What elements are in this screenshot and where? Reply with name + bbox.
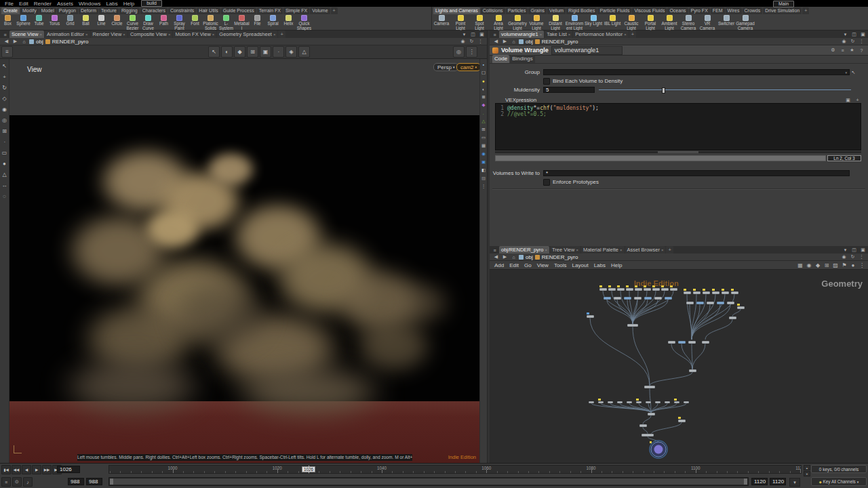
network-editor-canvas[interactable]: Indie Edition Geometry xyxy=(490,270,868,463)
sync-icon[interactable]: ↻ xyxy=(849,253,856,260)
tab-obj-render-pyro[interactable]: obj/RENDER_pyro× xyxy=(499,246,549,253)
netmenu-labs[interactable]: Labs xyxy=(591,262,608,268)
breadcrumb-node[interactable]: RENDER_pyro xyxy=(541,254,579,260)
shelf-tool-draw-curve[interactable]: Draw Curve xyxy=(140,15,156,30)
pane-split-icon[interactable]: ◫ xyxy=(850,31,858,38)
back-icon[interactable]: ◀ xyxy=(492,253,500,260)
more-icon[interactable]: ⋮ xyxy=(477,38,484,45)
graph-node[interactable] xyxy=(634,297,642,300)
graph-node[interactable] xyxy=(635,288,642,291)
snap-nodes-icon[interactable]: ◆ xyxy=(814,262,822,269)
shelf-tool-camera[interactable]: Camera xyxy=(432,15,451,30)
graph-node[interactable] xyxy=(636,401,642,403)
shelf-tool-portal-light[interactable]: Portal Light xyxy=(641,15,660,30)
tab-volume[interactable]: Volume xyxy=(310,7,330,14)
playback-range-end-field[interactable]: 1120 xyxy=(751,478,768,485)
tab-asset-browser[interactable]: Asset Browser× xyxy=(625,246,666,253)
vex-code-editor[interactable]: 1@density*=chf("muldensity");2//@vel*=0.… xyxy=(495,103,861,150)
tab-guide-process[interactable]: Guide Process xyxy=(221,7,256,14)
shelf-tool-curve-bezier[interactable]: Curve Bezier xyxy=(125,15,140,30)
tab-viscous-fluids[interactable]: Viscous Fluids xyxy=(632,7,667,14)
lighting-icon[interactable]: ● xyxy=(481,78,487,83)
grid-snap-icon[interactable]: ⊞ xyxy=(247,46,258,58)
tab-animation-editor[interactable]: Animation Editor× xyxy=(45,30,90,38)
graph-node[interactable] xyxy=(696,302,704,304)
shelf-tool-file[interactable]: File xyxy=(250,15,265,30)
graph-node[interactable] xyxy=(652,288,660,291)
graph-node[interactable] xyxy=(648,413,655,415)
graph-node[interactable] xyxy=(644,288,651,291)
pane-split-icon[interactable]: ◫ xyxy=(850,247,858,253)
shelf-tool-volume-light[interactable]: Volume Light xyxy=(527,15,546,30)
take-selector[interactable]: Main xyxy=(773,1,794,7)
current-frame-field[interactable]: 1026 xyxy=(57,466,80,473)
headlight-icon[interactable]: ◐ xyxy=(481,86,487,92)
options-icon[interactable]: ⋮ xyxy=(481,184,487,189)
graph-node[interactable] xyxy=(678,420,686,422)
snap-grid-icon[interactable]: ⊞ xyxy=(1,127,8,134)
tab-volumewrangle1[interactable]: volumewrangle1× xyxy=(499,30,544,38)
secure-selection-icon[interactable]: ◐ xyxy=(221,46,233,58)
graph-node[interactable] xyxy=(674,401,679,403)
shelf-tool-tube[interactable]: Tube xyxy=(31,15,47,30)
graph-node[interactable] xyxy=(665,297,672,300)
tab-composite-view[interactable]: Composite View× xyxy=(128,30,173,38)
tab-close-icon[interactable]: × xyxy=(661,247,664,253)
display-normals-icon[interactable]: △ xyxy=(1,171,8,178)
graph-node[interactable] xyxy=(729,317,736,319)
netmenu-layout[interactable]: Layout xyxy=(570,262,591,268)
enforce-prototypes-checkbox[interactable] xyxy=(543,179,550,186)
home-icon[interactable]: ⌂ xyxy=(20,38,28,45)
graph-node[interactable] xyxy=(614,297,621,300)
shelf-tool-environment-light[interactable]: Environment Light xyxy=(565,15,584,30)
jump-start-button[interactable]: ▮◀ xyxy=(1,465,11,474)
spin-down-icon[interactable]: ▾ xyxy=(804,471,810,476)
graph-node[interactable] xyxy=(712,291,719,294)
menu-assets[interactable]: Assets xyxy=(54,1,76,7)
shelf-tool-metaball[interactable]: Metaball xyxy=(234,15,250,30)
gamma-icon[interactable]: ◧ xyxy=(481,167,487,173)
tab-tree-view[interactable]: Tree View× xyxy=(550,246,580,253)
shelf-tool-font[interactable]: Font xyxy=(187,15,203,30)
pose-tool-icon[interactable]: ◉ xyxy=(1,106,8,113)
zoom-fit-icon[interactable]: ● xyxy=(849,262,857,269)
code-hscrollbar[interactable] xyxy=(495,151,861,153)
tab-characters[interactable]: Characters xyxy=(140,7,167,14)
shelf-tool-distant-light[interactable]: Distant Light xyxy=(546,15,565,30)
pin-icon[interactable]: ◉ xyxy=(840,253,848,260)
graph-node[interactable] xyxy=(644,297,652,300)
tab-bindings[interactable]: Bindings xyxy=(510,55,535,63)
shelf-tool-vr-camera[interactable]: VR Camera xyxy=(698,15,717,30)
key-all-channels-button[interactable]: ◆ Key All Channels ▾ xyxy=(811,477,867,486)
forward-icon[interactable]: ▶ xyxy=(501,253,509,260)
tab-close-icon[interactable]: × xyxy=(540,32,542,37)
field-guide-icon[interactable]: ▦ xyxy=(481,143,487,148)
volumes-input[interactable]: * xyxy=(543,170,850,176)
color-palette-icon[interactable]: ▨ xyxy=(831,262,840,269)
help-icon[interactable]: ? xyxy=(858,47,865,54)
camera-view-button[interactable]: cam2 ▾ xyxy=(456,63,479,71)
graph-node[interactable] xyxy=(599,288,607,291)
shelf-tool-platonic-solids[interactable]: Platonic Solids xyxy=(203,15,218,30)
forward-icon[interactable]: ▶ xyxy=(501,38,509,45)
more-icon[interactable]: ⋮ xyxy=(858,38,865,45)
breadcrumb-root[interactable]: obj xyxy=(35,39,44,45)
display-normals-icon[interactable]: △ xyxy=(481,119,487,124)
pane-link-icon[interactable]: ◎ xyxy=(453,46,465,58)
select-tool-icon[interactable]: ↖ xyxy=(1,62,8,69)
tab-collisions[interactable]: Collisions xyxy=(481,7,505,14)
graph-node[interactable] xyxy=(661,288,669,291)
prim-snap-icon[interactable]: ▣ xyxy=(260,46,271,58)
breadcrumb-root[interactable]: obj xyxy=(525,39,534,45)
range-end-handle[interactable] xyxy=(744,479,747,485)
graph-node[interactable] xyxy=(642,434,654,436)
shelf-tool-stereo-camera[interactable]: Stereo Camera xyxy=(679,15,698,30)
graph-node[interactable] xyxy=(731,291,738,294)
snap-toggle-icon[interactable]: ◆ xyxy=(234,46,245,58)
background-icon[interactable]: ▨ xyxy=(481,176,487,181)
tab-rigid-bodies[interactable]: Rigid Bodies xyxy=(566,7,597,14)
measure-icon[interactable]: ↔ xyxy=(1,182,8,188)
graph-node[interactable] xyxy=(655,401,660,403)
network-overview-icon[interactable]: ▦ xyxy=(796,262,804,269)
tab-crowds[interactable]: Crowds xyxy=(743,7,763,14)
